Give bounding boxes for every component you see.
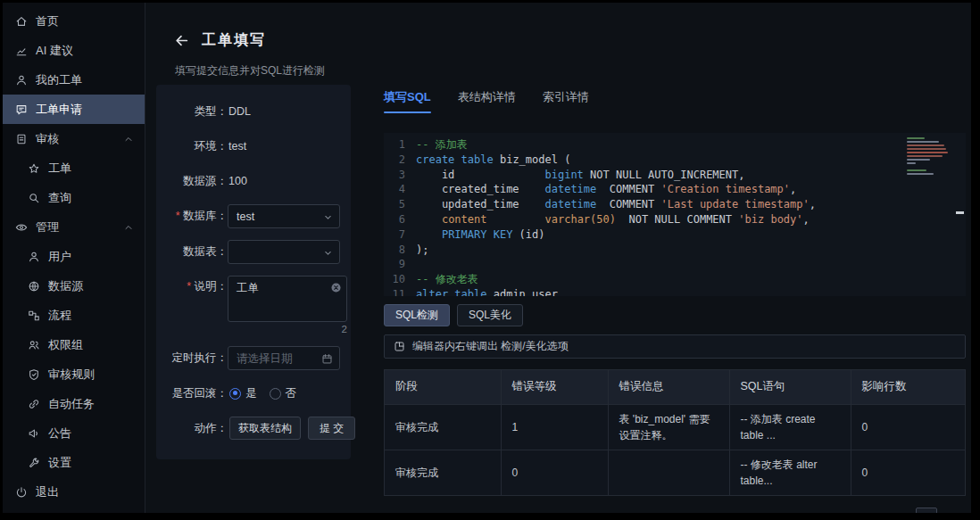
field-datasource: 数据源： 100 — [167, 169, 340, 193]
ai-suggest-icon — [15, 45, 28, 57]
sidebar-item-16[interactable]: 退出 — [3, 477, 145, 507]
chevron-left-icon — [893, 513, 904, 514]
table-select[interactable] — [228, 240, 340, 264]
sidebar-item-6[interactable]: 查询 — [3, 183, 145, 212]
sidebar-item-9[interactable]: 数据源 — [3, 271, 145, 301]
field-type-value: DDL — [228, 105, 251, 118]
field-description-label: 说明： — [167, 276, 228, 294]
field-type-label: 类型： — [167, 104, 228, 120]
order-apply-icon — [15, 103, 28, 116]
schedule-date-input[interactable] — [237, 352, 318, 365]
field-env: 环境： test — [167, 135, 340, 158]
sidebar: 首页AI 建议我的工单工单申请审核工单查询管理用户数据源流程权限组审核规则自动任… — [3, 3, 145, 513]
tab-write-sql[interactable]: 填写SQL — [384, 89, 431, 113]
description-value: 工单 — [237, 282, 259, 294]
sidebar-item-label: 工单 — [48, 161, 71, 177]
chevron-up-icon — [123, 134, 134, 144]
database-select[interactable]: test — [228, 204, 340, 228]
check-result-table: 阶段 错误等级 错误信息 SQL语句 影响行数 审核完成1表 'biz_mode… — [384, 369, 966, 496]
home-icon — [15, 15, 28, 28]
tab-table-structure[interactable]: 表结构详情 — [458, 89, 516, 113]
sidebar-item-13[interactable]: 自动任务 — [3, 389, 145, 418]
sql-beautify-button[interactable]: SQL美化 — [457, 304, 523, 326]
sidebar-item-label: 退出 — [36, 484, 59, 500]
editor-hint-text: 编辑器内右键调出 检测/美化选项 — [412, 339, 569, 354]
char-count: 2 — [228, 324, 347, 334]
page-subtitle: 填写提交信息并对SQL进行检测 — [175, 63, 325, 78]
sidebar-item-5[interactable]: 工单 — [3, 153, 145, 183]
query-icon — [28, 192, 40, 204]
audit-rule-icon — [28, 368, 40, 381]
field-rollback: 是否回滚： 是 否 — [167, 382, 340, 405]
sidebar-item-15[interactable]: 设置 — [3, 448, 145, 477]
back-arrow-icon[interactable] — [174, 33, 189, 48]
next-page-button[interactable] — [944, 508, 964, 514]
permission-group-icon — [28, 339, 40, 351]
sidebar-item-label: 权限组 — [48, 337, 83, 353]
sidebar-item-11[interactable]: 权限组 — [3, 330, 145, 359]
announcement-icon — [28, 427, 40, 440]
prev-page-button[interactable] — [889, 508, 909, 514]
code-line: create table biz_model ( — [416, 153, 966, 168]
pagination: 1 — [384, 508, 966, 514]
result-rows: 审核完成1表 'biz_model' 需要设置注释。-- 添加表 create … — [385, 404, 965, 495]
field-datasource-value: 100 — [228, 175, 247, 187]
manage-icon — [15, 221, 28, 234]
radio-unchecked-icon — [270, 388, 281, 400]
col-stage: 阶段 — [385, 370, 501, 404]
mouse-right-click-icon — [394, 341, 405, 352]
sidebar-item-3[interactable]: 工单申请 — [3, 95, 145, 124]
code-line: id bigint NOT NULL AUTO_INCREMENT, — [416, 168, 966, 183]
sidebar-item-label: 审核规则 — [48, 367, 95, 383]
code-line: updated_time datetime COMMENT 'Last upda… — [416, 197, 966, 212]
table-row: 审核完成0-- 修改老表 alter table...0 — [385, 450, 965, 495]
field-database-label: 数据库： — [167, 209, 228, 224]
auto-task-icon — [28, 398, 40, 410]
calendar-icon — [321, 353, 333, 365]
fetch-schema-button[interactable]: 获取表结构 — [229, 417, 301, 440]
field-env-label: 环境： — [167, 139, 228, 154]
order-icon — [28, 162, 40, 175]
sidebar-item-label: 我的工单 — [36, 72, 82, 88]
code-line: created_time datetime COMMENT 'Creation … — [416, 182, 966, 197]
sidebar-item-14[interactable]: 公告 — [3, 418, 145, 448]
schedule-date-picker[interactable] — [228, 346, 340, 370]
field-database: 数据库： test — [167, 204, 340, 228]
sidebar-item-8[interactable]: 用户 — [3, 242, 145, 271]
sql-check-button[interactable]: SQL检测 — [384, 304, 450, 326]
col-sql-statement: SQL语句 — [729, 370, 851, 404]
sidebar-item-label: 自动任务 — [48, 396, 95, 412]
sidebar-item-10[interactable]: 流程 — [3, 301, 145, 330]
sidebar-item-4[interactable]: 审核 — [3, 124, 145, 153]
code-line — [416, 257, 966, 272]
page-header: 工单填写 — [174, 31, 266, 50]
sql-code-editor[interactable]: 1234567891011 -- 添加表create table biz_mod… — [384, 133, 966, 296]
description-textarea[interactable]: 工单 — [228, 276, 347, 322]
page-number[interactable]: 1 — [916, 508, 937, 514]
sidebar-item-1[interactable]: AI 建议 — [3, 36, 145, 65]
clear-icon[interactable] — [330, 282, 342, 293]
main-content: 工单填写 填写提交信息并对SQL进行检测 类型： DDL 环境： test 数据… — [145, 3, 971, 513]
sidebar-item-12[interactable]: 审核规则 — [3, 359, 145, 389]
settings-icon — [28, 457, 40, 469]
sidebar-item-label: 流程 — [48, 308, 71, 324]
field-table: 数据表： — [167, 240, 340, 264]
code-line: ); — [416, 243, 966, 258]
chevron-down-icon — [323, 248, 333, 258]
sidebar-item-7[interactable]: 管理 — [3, 212, 145, 242]
field-action-label: 动作： — [167, 421, 228, 436]
tab-bar: 填写SQL 表结构详情 索引详情 — [384, 85, 966, 120]
sidebar-item-label: 数据源 — [48, 278, 83, 294]
rollback-yes-option[interactable]: 是 — [229, 386, 257, 401]
sidebar-item-0[interactable]: 首页 — [3, 6, 145, 36]
col-affected-rows: 影响行数 — [851, 370, 965, 404]
tab-index-detail[interactable]: 索引详情 — [543, 89, 589, 113]
submit-button[interactable]: 提 交 — [308, 417, 355, 440]
code-line: content varchar(50) NOT NULL COMMENT 'bi… — [416, 212, 966, 227]
sidebar-item-2[interactable]: 我的工单 — [3, 65, 145, 95]
code-line: -- 修改老表 — [416, 272, 966, 287]
field-datasource-label: 数据源： — [167, 174, 228, 189]
rollback-no-option[interactable]: 否 — [270, 386, 297, 401]
rollback-no-label: 否 — [286, 386, 297, 401]
code-lines: -- 添加表create table biz_model ( id bigint… — [416, 133, 966, 296]
